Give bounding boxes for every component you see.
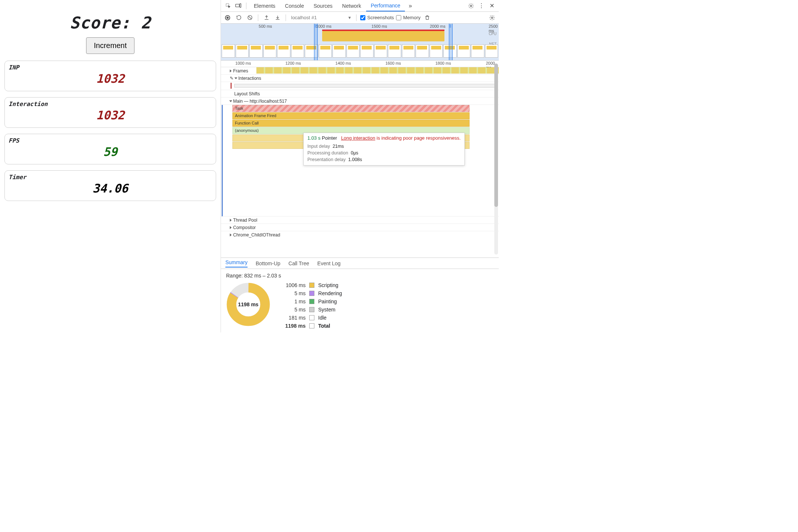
memory-checkbox-input[interactable] (396, 15, 401, 20)
gc-icon[interactable] (423, 13, 432, 22)
reload-icon[interactable] (234, 13, 243, 22)
overview-ruler: 500 ms 1000 ms 1500 ms 2000 ms 2500 ms (221, 24, 499, 30)
memory-label: Memory (403, 15, 420, 20)
edit-icon: ✎ (230, 76, 233, 81)
track-main-header[interactable]: Main — http://localhost:517 (221, 98, 499, 105)
inspect-icon[interactable] (223, 1, 233, 11)
details-tabs: Summary Bottom-Up Call Tree Event Log (221, 258, 499, 269)
track-thread-pool-header[interactable]: Thread Pool (221, 216, 499, 224)
track-thread-pool-label: Thread Pool (233, 218, 257, 223)
metric-card-inp: INP 1032 (4, 61, 216, 91)
tab-console[interactable]: Console (280, 0, 308, 11)
memory-checkbox[interactable]: Memory (396, 15, 420, 20)
gear-icon[interactable] (466, 1, 476, 11)
chevron-right-icon (230, 233, 232, 236)
chevron-right-icon (230, 219, 232, 222)
legend-scripting-name: Scripting (318, 282, 342, 288)
flame-bar-fcall[interactable]: Function Call (232, 120, 470, 127)
screenshots-label: Screenshots (367, 15, 394, 20)
track-layout-shifts-label: Layout Shifts (234, 91, 260, 96)
chevron-down-icon (229, 100, 232, 102)
summary-legend: 1006 ms Scripting 5 ms Rendering 1 ms Pa… (285, 282, 342, 329)
overview-thumbnails (221, 44, 499, 58)
flame-scrollbar[interactable] (494, 64, 498, 255)
metric-card-timer: Timer 34.06 (4, 170, 216, 201)
btab-summary[interactable]: Summary (225, 259, 248, 267)
metric-value-interaction: 1032 (8, 108, 212, 122)
ov-tick-1500: 1500 ms (372, 24, 387, 28)
legend-system-swatch (309, 307, 314, 312)
legend-painting-name: Painting (318, 299, 342, 304)
interaction-marker (231, 83, 232, 89)
legend-scripting-time: 1006 ms (285, 282, 306, 288)
score-value: 2 (141, 13, 151, 32)
overview-handle-left[interactable]: || (314, 24, 318, 60)
upload-icon[interactable] (262, 13, 271, 22)
btab-call-tree[interactable]: Call Tree (289, 260, 309, 266)
track-main-label: Main — http://localhost:517 (233, 99, 287, 104)
metric-card-interaction: Interaction 1032 (4, 97, 216, 128)
performance-toolbar: localhost #1 ▾ Screenshots Memory (221, 12, 499, 24)
flame-bar-aff[interactable]: Animation Frame Fired (232, 112, 470, 119)
metric-card-fps: FPS 59 (4, 134, 216, 164)
track-frames-header[interactable]: Frames (221, 67, 499, 75)
more-tabs-icon[interactable]: » (406, 1, 415, 11)
flame-ruler: 1000 ms 1200 ms 1400 ms 1600 ms 1800 ms … (221, 61, 499, 67)
btab-bottom-up[interactable]: Bottom-Up (256, 260, 280, 266)
record-icon[interactable] (223, 13, 232, 22)
track-compositor-header[interactable]: Compositor (221, 224, 499, 231)
screenshots-checkbox-input[interactable] (360, 15, 365, 20)
legend-total-swatch (309, 323, 314, 328)
tooltip-time: 1.03 s (307, 135, 320, 141)
metric-value-fps: 59 (8, 145, 212, 159)
legend-scripting-swatch (309, 283, 314, 288)
summary-range: Range: 832 ms – 2.03 s (226, 273, 494, 279)
capture-settings-gear-icon[interactable] (488, 13, 497, 22)
increment-button[interactable]: Increment (86, 37, 134, 54)
metric-label-timer: Timer (8, 174, 212, 181)
tab-performance[interactable]: Performance (366, 0, 405, 11)
chevron-right-icon (230, 226, 232, 229)
btab-event-log[interactable]: Event Log (317, 260, 341, 266)
fl-tick-1000: 1000 ms (235, 61, 251, 65)
recording-name: localhost #1 (291, 15, 317, 20)
screenshots-checkbox[interactable]: Screenshots (360, 15, 394, 20)
track-layout-shifts-header[interactable]: Layout Shifts (221, 90, 499, 98)
overview-cpu-label: CPU (489, 32, 497, 36)
scrollbar-thumb[interactable] (494, 64, 498, 207)
ov-tick-1000: 1000 ms (316, 24, 331, 28)
chevron-right-icon (230, 69, 232, 72)
metric-label-interaction: Interaction (8, 100, 212, 108)
donut-center-value: 1198 ms (226, 282, 270, 327)
ov-tick-500: 500 ms (259, 24, 272, 28)
tab-elements[interactable]: Elements (249, 0, 280, 11)
metric-value-timer: 34.06 (8, 181, 212, 195)
track-interactions-header[interactable]: ✎ Interactions (221, 75, 499, 82)
track-interactions-label: Interactions (238, 76, 261, 81)
overview-handle-right[interactable]: || (449, 24, 453, 60)
flamechart[interactable]: 1000 ms 1200 ms 1400 ms 1600 ms 1800 ms … (221, 61, 499, 258)
legend-system-name: System (318, 307, 342, 313)
fl-tick-1400: 1400 ms (335, 61, 351, 65)
flame-bar-task[interactable]: Task (232, 105, 470, 112)
tooltip-long-interaction-link[interactable]: Long interaction (341, 135, 375, 141)
clear-icon[interactable] (245, 13, 254, 22)
fl-tick-1800: 1800 ms (435, 61, 451, 65)
interaction-tooltip: 1.03 s Pointer Long interaction is indic… (303, 133, 465, 166)
kebab-icon[interactable]: ⋮ (477, 1, 486, 11)
tab-sources[interactable]: Sources (309, 0, 337, 11)
device-toggle-icon[interactable] (233, 1, 243, 11)
legend-total-time: 1198 ms (285, 323, 306, 329)
main-track-body: Task Animation Frame Fired Function Call… (222, 105, 499, 216)
overview-cpu-flame (322, 31, 444, 41)
overview-minimap[interactable]: 500 ms 1000 ms 1500 ms 2000 ms 2500 ms C… (221, 24, 499, 61)
interaction-bar[interactable] (234, 84, 497, 88)
svg-point-7 (491, 17, 493, 18)
track-frames-label: Frames (233, 68, 248, 74)
close-icon[interactable]: ✕ (487, 1, 497, 11)
download-icon[interactable] (273, 13, 282, 22)
metric-value-inp: 1032 (8, 72, 212, 86)
recording-select[interactable]: localhost #1 ▾ (290, 15, 352, 20)
track-child-io-header[interactable]: Chrome_ChildIOThread (221, 231, 499, 239)
tab-network[interactable]: Network (338, 0, 365, 11)
